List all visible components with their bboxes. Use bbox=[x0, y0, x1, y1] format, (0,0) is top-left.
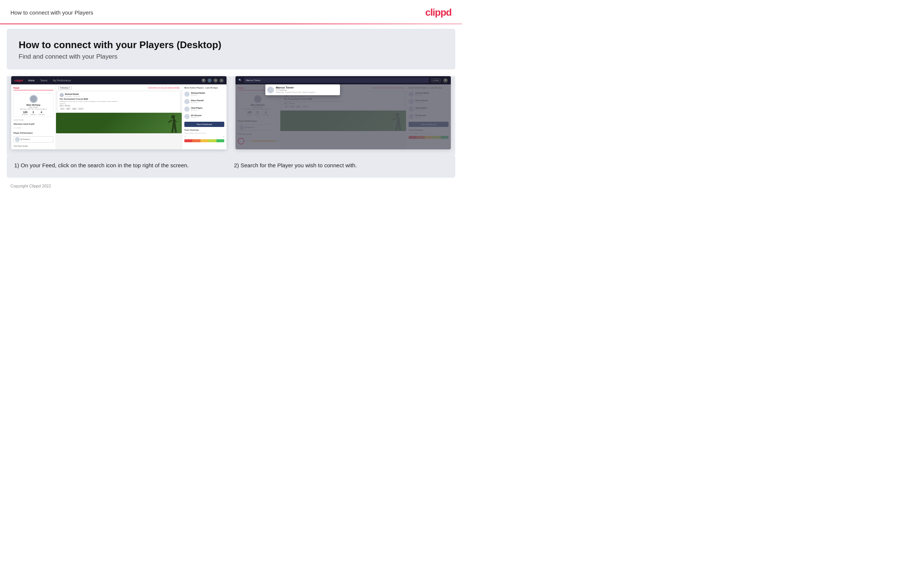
team-heatmap-sublabel: Player Quality · 20 Round Trend bbox=[184, 132, 224, 134]
settings-icon: ⚙ bbox=[214, 78, 218, 83]
heatmap-seg-5 bbox=[217, 139, 224, 142]
activity-user: Richard Butler Yesterday · The Grove bbox=[60, 93, 178, 97]
active-acts-3: Activities: 3 bbox=[191, 109, 202, 111]
heatmap-range: -5 +5 bbox=[184, 136, 224, 137]
activities-count: 129 bbox=[23, 111, 28, 114]
stat-followers: 3 Followers bbox=[30, 111, 36, 115]
player-performance-label: Player Performance bbox=[13, 132, 53, 134]
active-info-1: Richard Butler Activities: 7 bbox=[191, 92, 205, 96]
tag-ott: OTT bbox=[60, 107, 65, 110]
duration-label: Duration bbox=[60, 103, 178, 104]
search-result-player[interactable]: Marcus Turner 1.5 Handicap Yesterday Cyp… bbox=[267, 86, 338, 93]
screenshot-panel-2: clippd Home Teams My Performance Feed Bl… bbox=[231, 76, 455, 156]
dropdown-chevron-icon: ▾ bbox=[29, 138, 30, 140]
mock-nav-icons-1: 🔍 👤 ⚙ ● bbox=[202, 78, 223, 83]
nav-myperformance: My Performance bbox=[52, 78, 73, 83]
mock-left-1: Feed Blair McHarg Golf Coach Mill Ride G… bbox=[11, 84, 56, 149]
player-avatar-dropdown bbox=[15, 137, 20, 142]
control-link[interactable]: Control who can see your activity and da… bbox=[148, 87, 180, 89]
player-dropdown-name: Eli Vincent bbox=[21, 138, 28, 140]
nav-teams: Teams bbox=[39, 78, 49, 83]
result-location-row: Yesterday Cypress Point Club, United Kin… bbox=[276, 91, 316, 93]
active-info-3: Hiral Pujara Activities: 3 bbox=[191, 107, 202, 111]
activity-user-info: Richard Butler Yesterday · The Grove bbox=[65, 93, 80, 97]
active-info-4: Eli Vincent Activities: 1 bbox=[191, 114, 202, 119]
active-avatar-1 bbox=[184, 91, 189, 97]
screenshots-row: clippd Home Teams My Performance 🔍 👤 ⚙ ●… bbox=[7, 76, 455, 156]
mock-app-1: clippd Home Teams My Performance 🔍 👤 ⚙ ●… bbox=[11, 76, 227, 149]
heatmap-seg-1 bbox=[184, 139, 192, 142]
top-bar: How to connect with your Players clippd bbox=[0, 0, 462, 24]
screenshot-panel-1: clippd Home Teams My Performance 🔍 👤 ⚙ ●… bbox=[7, 76, 231, 156]
active-acts-2: Activities: 4 bbox=[191, 102, 203, 104]
avatar-inner bbox=[30, 96, 37, 102]
following-label: Following bbox=[39, 114, 45, 115]
mock-nav-1: clippd Home Teams My Performance 🔍 👤 ⚙ ● bbox=[11, 76, 227, 84]
course-image bbox=[56, 113, 182, 133]
followers-count: 3 bbox=[32, 111, 34, 114]
tag-app: APP bbox=[66, 107, 71, 110]
following-count: 4 bbox=[40, 111, 42, 114]
latest-activity-name: Afternoon round of golf bbox=[13, 123, 53, 125]
avatar-icon: ● bbox=[219, 78, 223, 83]
active-info-2: Piers Parnell Activities: 4 bbox=[191, 99, 203, 104]
result-location: Cypress Point Club, United Kingdom bbox=[285, 91, 316, 93]
mock-app-2: clippd Home Teams My Performance Feed Bl… bbox=[235, 76, 451, 149]
close-button[interactable]: ✕ bbox=[443, 78, 448, 83]
result-avatar bbox=[267, 87, 274, 93]
feed-label: Feed bbox=[13, 87, 53, 90]
mock-profile: Blair McHarg Golf Coach Mill Ride Golf C… bbox=[13, 93, 53, 117]
active-player-1: Richard Butler Activities: 7 bbox=[184, 91, 224, 97]
active-player-2: Piers Parnell Activities: 4 bbox=[184, 98, 224, 104]
team-heatmap-label: Team Heatmap bbox=[184, 129, 224, 131]
mock-right-1: Most Active Players - Last 30 days Richa… bbox=[182, 84, 227, 149]
search-result-dropdown: Marcus Turner 1.5 Handicap Yesterday Cyp… bbox=[265, 84, 340, 95]
heatmap-high: +5 bbox=[222, 136, 224, 137]
stat-following: 4 Following bbox=[39, 111, 45, 115]
activity-card: Richard Butler Yesterday · The Grove Pre… bbox=[58, 91, 180, 112]
activity-duration: 02 hr : 00 min bbox=[60, 105, 178, 107]
following-bar: Following ▾ Control who can see your act… bbox=[56, 84, 182, 90]
following-button[interactable]: Following ▾ bbox=[58, 86, 72, 89]
latest-activity-label: Latest Activity bbox=[13, 119, 53, 121]
page-title: How to connect with your Players bbox=[10, 9, 93, 16]
search-input-text[interactable]: Marcus Turner bbox=[246, 79, 427, 81]
user-icon: 👤 bbox=[207, 78, 212, 83]
heatmap-seg-4 bbox=[208, 139, 216, 142]
footer: Copyright Clippd 2022 bbox=[0, 178, 462, 194]
latest-activity-date: 27 Jul 2022 bbox=[13, 127, 53, 129]
result-name: Marcus Turner bbox=[276, 86, 316, 89]
active-avatar-4 bbox=[184, 114, 189, 119]
step-2-desc: 2) Search for the Player you wish to con… bbox=[231, 161, 451, 169]
active-avatar-2 bbox=[184, 99, 189, 104]
clear-button[interactable]: CLEAR bbox=[431, 78, 441, 82]
active-acts-1: Activities: 7 bbox=[191, 94, 205, 96]
active-player-4: Eli Vincent Activities: 1 bbox=[184, 113, 224, 120]
activity-description: Walking the course with my coach to buil… bbox=[60, 101, 178, 102]
heatmap-seg-2 bbox=[192, 139, 200, 142]
active-avatar-3 bbox=[184, 106, 189, 112]
activity-location: Yesterday · The Grove bbox=[65, 95, 80, 97]
avatar bbox=[29, 95, 38, 103]
result-info: Marcus Turner 1.5 Handicap Yesterday Cyp… bbox=[276, 86, 316, 93]
most-active-title: Most Active Players - Last 30 days bbox=[184, 87, 224, 89]
team-dashboard-button[interactable]: Team Dashboard bbox=[184, 122, 224, 127]
player-dropdown[interactable]: Eli Vincent ▾ bbox=[13, 136, 53, 143]
search-bar: 🔍 Marcus Turner CLEAR ✕ bbox=[235, 76, 451, 84]
search-magnifier-icon: 🔍 bbox=[238, 79, 242, 82]
top-divider bbox=[0, 24, 462, 24]
activity-avatar bbox=[60, 93, 64, 97]
mock-body-1: Feed Blair McHarg Golf Coach Mill Ride G… bbox=[11, 84, 227, 149]
tag-arg: ARG bbox=[72, 107, 77, 110]
nav-home: Home bbox=[27, 78, 36, 83]
heatmap-seg-3 bbox=[201, 139, 208, 142]
heatmap-bar bbox=[184, 139, 224, 142]
stat-activities: 129 Activities bbox=[23, 111, 28, 115]
active-player-3: Hiral Pujara Activities: 3 bbox=[184, 106, 224, 112]
steps-row: 1) On your Feed, click on the search ico… bbox=[7, 156, 455, 178]
active-acts-4: Activities: 1 bbox=[191, 117, 202, 119]
copyright-text: Copyright Clippd 2022 bbox=[10, 184, 51, 188]
svg-point-0 bbox=[171, 115, 175, 119]
golfer-silhouette bbox=[166, 115, 179, 133]
activity-title: Pre Tournament Course Walk bbox=[60, 98, 178, 100]
